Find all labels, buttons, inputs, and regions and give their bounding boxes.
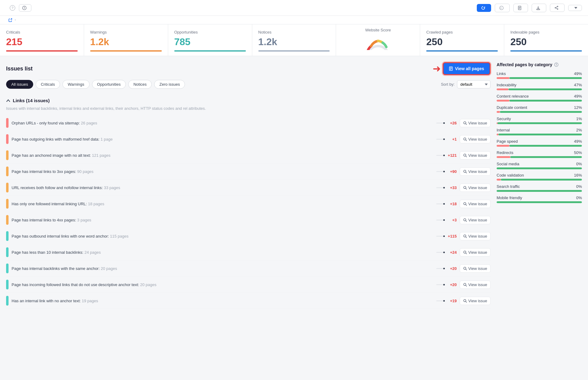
more-options-button[interactable] [568, 5, 582, 11]
affected-category-pct: 16% [574, 173, 582, 177]
affected-bar-red [497, 77, 509, 79]
svg-point-38 [464, 267, 466, 269]
affected-bar [497, 88, 582, 90]
affected-category-name: Security [497, 117, 511, 121]
view-issue-button[interactable]: View issue [460, 167, 491, 176]
issue-text: Page has outbound internal links with on… [12, 234, 433, 238]
filter-all-issues[interactable]: All issues [6, 80, 33, 89]
pages-icon [449, 66, 453, 71]
stat-label-criticals: Criticals [6, 30, 78, 34]
svg-point-11 [557, 9, 558, 9]
stat-value-warnings: 1.2k [90, 37, 162, 47]
stat-bar-crawled [426, 50, 498, 52]
export-icon [536, 6, 540, 10]
issue-text: Page has less than 10 internal backlinks… [12, 250, 433, 255]
issue-delta: +3 [436, 218, 457, 222]
affected-category-name: Duplicate content [497, 105, 527, 110]
export-button[interactable] [532, 4, 546, 12]
category-header-links: Links (14 issues) [6, 95, 491, 104]
affected-category-name: Mobile friendly [497, 195, 522, 200]
category-label: Links (14 issues) [13, 98, 50, 103]
issue-page-count: 115 pages [110, 234, 129, 238]
affected-bar-red [497, 156, 510, 158]
svg-point-2 [24, 7, 25, 7]
affected-bar-green [509, 100, 582, 102]
delta-value: +115 [446, 234, 457, 238]
view-all-pages-button[interactable]: View all pages [443, 62, 491, 75]
issue-indicator-teal [6, 263, 9, 273]
view-issue-button[interactable]: View issue [460, 248, 491, 256]
stat-label-crawled: Crawled pages [426, 30, 498, 34]
affected-bar [497, 145, 582, 147]
affected-bar [497, 77, 582, 79]
affected-category-pct: 50% [574, 150, 582, 155]
filters-row: All issues Criticals Warnings Opportunit… [6, 80, 491, 89]
arrow-pointer: ➜ [433, 63, 441, 74]
issues-title: Issues list [6, 66, 33, 72]
affected-bar-red [497, 145, 509, 147]
delta-bar [436, 268, 445, 269]
affected-bar-green [509, 145, 582, 147]
filter-zero-issues[interactable]: Zero issues [154, 80, 185, 89]
filter-opportunities[interactable]: Opportunities [92, 80, 126, 89]
view-issue-button[interactable]: View issue [460, 281, 491, 289]
filter-criticals[interactable]: Criticals [36, 80, 60, 89]
view-issue-button[interactable]: View issue [460, 151, 491, 160]
view-issue-button[interactable]: View issue [460, 119, 491, 127]
affected-bar-red [497, 88, 508, 90]
view-issue-button[interactable]: View issue [460, 264, 491, 273]
external-link-icon [9, 18, 12, 22]
domain-info-button[interactable] [19, 4, 31, 12]
stat-indexable-pages: Indexable pages 250 [504, 24, 588, 56]
delta-value: +24 [446, 250, 457, 255]
pdf-button[interactable] [513, 4, 528, 12]
view-issue-button[interactable]: View issue [460, 216, 491, 224]
view-issue-button[interactable]: View issue [460, 200, 491, 208]
delta-value: +1 [446, 137, 457, 142]
issue-row: URL receives both follow and nofollow in… [6, 180, 491, 196]
affected-bar-green [498, 134, 582, 135]
affected-bar [497, 190, 582, 192]
svg-text:G: G [500, 7, 502, 9]
view-issue-button[interactable]: View issue [460, 184, 491, 192]
recrawl-button[interactable] [477, 4, 491, 12]
stat-label-warnings: Warnings [90, 30, 162, 34]
affected-bar [497, 100, 582, 102]
affected-category-name: Page speed [497, 139, 518, 144]
delta-bar [436, 139, 445, 140]
svg-point-24 [464, 154, 466, 156]
affected-bar-green [497, 190, 582, 192]
affected-bar [497, 122, 582, 124]
affected-bar-red [497, 111, 500, 113]
help-icon[interactable]: ? [10, 5, 15, 11]
issue-page-count: 24 pages [84, 250, 101, 255]
issue-page-count: 20 pages [101, 266, 117, 271]
stat-value-criticals: 215 [6, 37, 78, 47]
view-issue-button[interactable]: View issue [460, 135, 491, 143]
issue-row: Has an internal link with no anchor text… [6, 293, 491, 309]
search-icon [463, 267, 467, 271]
svg-point-30 [464, 202, 466, 204]
view-issue-button[interactable]: View issue [460, 297, 491, 305]
recrawl-icon [481, 6, 485, 10]
delta-bar [436, 187, 445, 188]
view-issue-button[interactable]: View issue [460, 232, 491, 240]
ga-gsc-button[interactable]: G [495, 4, 510, 12]
stat-criticals: Criticals 215 [0, 24, 84, 56]
affected-title-text: Affected pages by category [497, 62, 552, 67]
stat-bar-criticals [6, 50, 78, 52]
affected-category-row: Search traffic 0% [497, 184, 582, 192]
issue-indicator-orange [6, 167, 9, 176]
affected-bar-green [510, 156, 582, 158]
filter-notices[interactable]: Notices [128, 80, 152, 89]
filter-warnings[interactable]: Warnings [62, 80, 89, 89]
stat-label-indexable: Indexable pages [510, 30, 582, 34]
delta-value: +18 [446, 202, 457, 206]
issue-delta: +19 [436, 299, 457, 303]
stat-value-notices: 1.2k [258, 37, 330, 47]
share-button[interactable] [550, 4, 565, 12]
delta-value: +26 [446, 121, 457, 125]
delta-bar [436, 300, 445, 301]
svg-point-22 [464, 138, 466, 140]
sort-select[interactable]: default alphabetical importance [457, 80, 491, 88]
